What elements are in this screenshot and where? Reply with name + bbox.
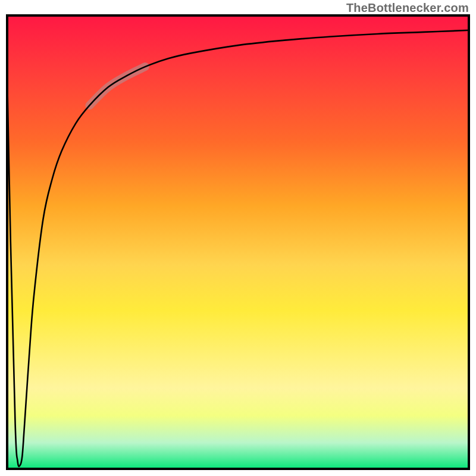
chart-svg <box>6 14 470 470</box>
chart-frame <box>6 14 470 470</box>
watermark-text: TheBottlenecker.com <box>346 1 469 15</box>
bottleneck-curve <box>6 14 470 466</box>
curve-highlight-segment <box>89 67 145 105</box>
